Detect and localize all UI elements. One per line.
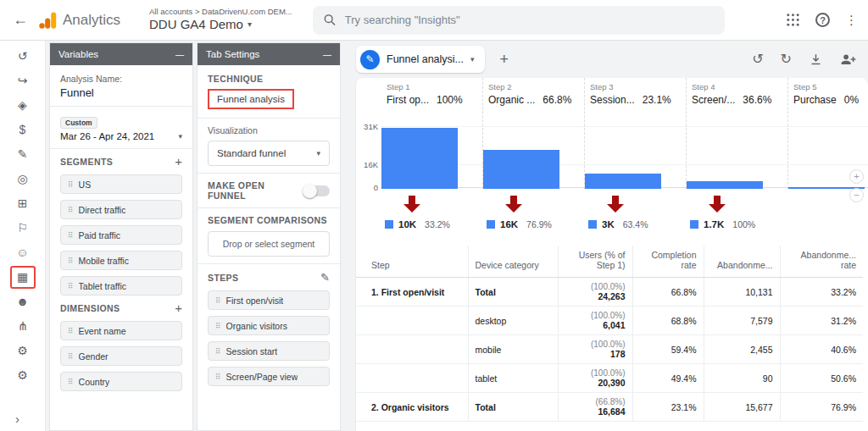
audiences-icon[interactable]: ☻: [10, 290, 36, 313]
property-selector[interactable]: DDU GA4 Demo ▾: [149, 17, 292, 31]
help-icon[interactable]: ?: [815, 13, 830, 27]
variables-panel-header: Variables —: [50, 43, 192, 65]
tag-icon[interactable]: ◈: [10, 94, 36, 117]
segment-chip-label: Paid traffic: [79, 230, 120, 240]
funnel-step-chip[interactable]: ⠿First open/visit: [208, 290, 330, 310]
users-percent: (100.0%): [565, 368, 626, 378]
funnel-step-chip[interactable]: ⠿Session start: [208, 341, 330, 361]
drag-handle-icon: ⠿: [215, 296, 221, 305]
segment-chip[interactable]: ⠿Mobile traffic: [60, 251, 182, 270]
analysis-name-value[interactable]: Funnel: [60, 86, 182, 99]
visualization-select[interactable]: Standard funnel ▾: [208, 141, 330, 166]
dimension-chip-label: Country: [79, 377, 110, 387]
step-cell: [356, 307, 468, 335]
funnel-step-name: Purchase: [793, 94, 837, 106]
admin-gear-icon[interactable]: ⚙: [10, 340, 36, 362]
dimension-chip[interactable]: ⠿Gender: [60, 346, 182, 366]
add-segment-button[interactable]: +: [175, 156, 182, 168]
completion-rate-cell: 49.4%: [632, 364, 704, 393]
search-bar[interactable]: [313, 6, 725, 35]
segment-drop-zone[interactable]: Drop or select segment: [208, 231, 330, 257]
download-icon[interactable]: [809, 52, 823, 67]
history-icon[interactable]: ↺: [10, 45, 36, 68]
web-icon[interactable]: ◎: [10, 168, 36, 191]
users-cell: (100.0%)20,390: [558, 364, 632, 393]
completion-rate-cell: 23.1%: [632, 393, 704, 422]
completion-rate-cell: 59.4%: [632, 335, 704, 364]
segments-label: SEGMENTS: [60, 157, 113, 167]
structure-icon[interactable]: ⋔: [10, 315, 36, 338]
funnel-tab[interactable]: ✎ Funnel analysi... ▾: [356, 46, 485, 73]
segment-chip[interactable]: ⠿Paid traffic: [60, 225, 182, 245]
monetization-icon[interactable]: $: [10, 119, 36, 141]
funnel-step-chip-label: First open/visit: [226, 296, 284, 306]
exploration-canvas: ✎ Funnel analysi... ▾ + ↺ ↻: [341, 41, 868, 431]
chevron-down-icon: ▾: [248, 19, 252, 30]
users-value: 20,390: [565, 378, 626, 388]
attribution-icon[interactable]: ✎: [10, 143, 36, 166]
drag-handle-icon: ⠿: [68, 327, 74, 335]
share-users-icon[interactable]: [840, 52, 856, 68]
back-button[interactable]: ←: [7, 7, 34, 34]
search-input[interactable]: [345, 14, 715, 26]
segment-chip[interactable]: ⠿Tablet traffic: [60, 276, 182, 296]
zoom-out-icon[interactable]: −: [849, 188, 864, 202]
explore-flow-icon[interactable]: ↪: [10, 69, 36, 92]
table-header-cell[interactable]: Abandonme...rate: [780, 246, 863, 278]
segment-chip[interactable]: ⠿US: [60, 174, 182, 194]
date-range-selector[interactable]: Mar 26 - Apr 24, 2021 ▾: [60, 131, 182, 141]
table-header-cell[interactable]: Abandonme...: [704, 246, 780, 278]
minimize-tab-settings-button[interactable]: —: [323, 50, 331, 59]
funnel-step-name: First op...: [387, 94, 429, 106]
funnel-bar[interactable]: [381, 128, 458, 189]
funnel-step-chip-label: Screen/Page view: [226, 372, 298, 382]
breadcrumb: All accounts > DataDrivenU.com DEM... DD…: [149, 8, 292, 31]
dimension-chip[interactable]: ⠿Country: [60, 372, 182, 391]
abandonment-arrow-icon: [607, 196, 624, 213]
undo-icon[interactable]: ↺: [752, 52, 763, 66]
funnel-bar[interactable]: [483, 150, 559, 189]
analytics-logo[interactable]: Analytics: [37, 10, 120, 30]
flag-icon[interactable]: ⚐: [10, 217, 36, 240]
open-funnel-toggle[interactable]: [304, 185, 330, 196]
drag-handle-icon: ⠿: [68, 206, 74, 214]
users-value: 6,041: [565, 320, 626, 330]
table-header-cell[interactable]: Users (% ofStep 1): [558, 246, 632, 278]
abandonment-rate: 63.4%: [623, 219, 648, 229]
table-header-cell[interactable]: Device category: [468, 246, 558, 278]
add-dimension-button[interactable]: +: [175, 302, 182, 314]
edit-steps-icon[interactable]: ✎: [320, 271, 330, 284]
expand-rail-icon[interactable]: ›: [0, 412, 45, 426]
funnel-step-completion: 23.1%: [643, 94, 671, 106]
dimension-chip-label: Event name: [79, 326, 126, 336]
dimension-chip[interactable]: ⠿Event name: [60, 321, 182, 340]
technique-selector[interactable]: Funnel analysis: [208, 89, 294, 109]
abandonments-cell: 7,579: [704, 307, 780, 335]
devices-icon[interactable]: ⊞: [10, 192, 36, 215]
user-icon[interactable]: ☺: [10, 241, 36, 264]
funnel-step-completion: 100%: [437, 94, 463, 106]
y-axis-tick: 16K: [356, 160, 378, 169]
abandonments-cell: 90: [704, 364, 780, 393]
table-header-cell[interactable]: Completionrate: [632, 246, 704, 278]
add-tab-button[interactable]: +: [497, 51, 513, 69]
segment-chip[interactable]: ⠿Direct traffic: [60, 200, 182, 219]
funnel-step-chip[interactable]: ⠿Screen/Page view: [208, 367, 330, 386]
settings-gear-icon[interactable]: ⚙: [10, 364, 36, 387]
redo-icon[interactable]: ↻: [781, 52, 792, 66]
apps-grid-icon[interactable]: [786, 13, 800, 27]
zoom-in-icon[interactable]: +: [849, 169, 864, 184]
legend-square-icon: [385, 220, 393, 229]
funnel-bar[interactable]: [585, 174, 661, 189]
template-gallery-icon[interactable]: ▦: [10, 266, 36, 289]
table-header-cell[interactable]: Step: [356, 246, 468, 278]
funnel-bar[interactable]: [687, 181, 763, 189]
abandonments-cell: 15,677: [704, 393, 780, 422]
overflow-menu-icon[interactable]: ⋮: [845, 13, 858, 28]
users-percent: (66.8%): [565, 397, 626, 406]
legend-square-icon: [487, 220, 495, 229]
minimize-variables-button[interactable]: —: [175, 50, 184, 59]
abandonment-rate-cell: 31.2%: [780, 307, 863, 335]
funnel-step-chip[interactable]: ⠿Organic visitors: [208, 316, 330, 335]
steps-label: STEPS: [208, 273, 238, 283]
